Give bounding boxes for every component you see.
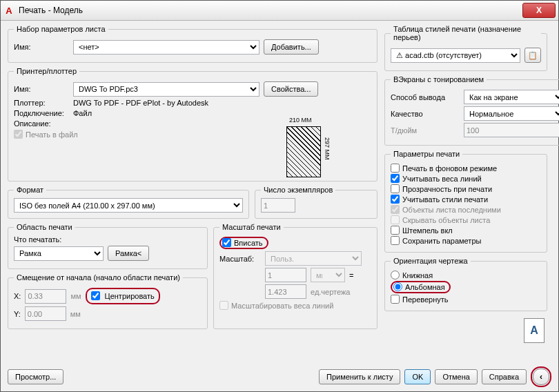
- plot-area-legend: Область печати: [14, 223, 75, 231]
- page-setup-add-button[interactable]: Добавить...: [264, 39, 319, 55]
- preview-button[interactable]: Просмотр...: [8, 369, 63, 384]
- connection-label: Подключение:: [14, 109, 69, 117]
- dpi-label: Т/дюйм: [391, 126, 460, 135]
- opt-save-checkbox[interactable]: [391, 236, 400, 245]
- expand-button[interactable]: ‹: [533, 369, 549, 385]
- fit-highlight: Вписать: [219, 237, 268, 249]
- center-highlight: Центрировать: [86, 288, 160, 304]
- opt-hide-label: Скрывать объекты листа: [402, 216, 490, 224]
- window-title: Печать - Модель: [19, 6, 522, 15]
- orient-upside-label: Перевернуть: [402, 295, 449, 304]
- fit-checkbox[interactable]: [222, 238, 231, 247]
- expand-highlight: ‹: [531, 366, 551, 387]
- orient-landscape-label: Альбомная: [405, 283, 445, 291]
- orient-portrait-label: Книжная: [402, 271, 433, 280]
- offset-x-label: X:: [14, 292, 21, 300]
- fit-label: Вписать: [234, 239, 263, 247]
- center-checkbox[interactable]: [91, 291, 100, 300]
- scale-lw-checkbox: [219, 301, 228, 310]
- copies-group: Число экземпляров: [255, 186, 377, 219]
- styles-group: Таблица стилей печати (назначение перьев…: [384, 25, 547, 71]
- close-button[interactable]: X: [522, 3, 556, 18]
- opt-lw-checkbox[interactable]: [391, 174, 400, 183]
- options-group: Параметры печати Печать в фоновом режиме…: [384, 150, 547, 253]
- shaded-legend: ВЭкраны с тонированием: [391, 75, 487, 84]
- orient-landscape-highlight: Альбомная: [391, 281, 451, 293]
- window-pick-button[interactable]: Рамка<: [108, 246, 149, 261]
- scale-select: Польз.: [265, 251, 362, 266]
- orientation-group: Ориентация чертежа Книжная Альбомная Пер…: [384, 257, 547, 311]
- print-to-file-checkbox: [14, 130, 23, 139]
- offset-x-input: [25, 289, 66, 304]
- opt-hide-checkbox: [391, 215, 400, 224]
- opt-stamp-label: Штемпель вкл: [402, 226, 453, 235]
- paper-group: Формат ISO без полей A4 (210.00 x 297.00…: [8, 186, 249, 219]
- plotter-label: Плоттер:: [14, 99, 69, 107]
- titlebar: A Печать - Модель X: [1, 1, 558, 21]
- button-bar: Просмотр... Применить к листу OK Отмена …: [1, 366, 558, 387]
- scale-group: Масштаб печати Вписать Масштаб: Польз.: [213, 223, 377, 329]
- preview-height-label: 297 MM: [324, 137, 331, 160]
- shade-mode-label: Способ вывода: [391, 93, 460, 101]
- copies-input: [261, 198, 295, 213]
- orientation-icon: A: [524, 318, 545, 343]
- apply-button[interactable]: Применить к листу: [319, 369, 401, 384]
- plot-what-label: Что печатать:: [14, 235, 202, 244]
- opt-save-label: Сохранить параметры: [402, 237, 481, 245]
- ok-button[interactable]: OK: [404, 369, 431, 384]
- opt-bg-label: Печать в фоновом режиме: [402, 164, 497, 173]
- page-setup-name-select[interactable]: <нет>: [73, 40, 259, 55]
- opt-bg-checkbox[interactable]: [391, 164, 400, 173]
- shade-mode-select[interactable]: Как на экране: [464, 90, 559, 104]
- copies-legend: Число экземпляров: [261, 186, 335, 194]
- cancel-button[interactable]: Отмена: [435, 369, 477, 384]
- connection-value: Файл: [73, 109, 92, 117]
- help-button[interactable]: Справка: [482, 369, 527, 384]
- scale-den-input: [265, 284, 306, 299]
- printer-legend: Принтер/плоттер: [14, 67, 79, 75]
- description-label: Описание:: [14, 119, 69, 128]
- styles-legend: Таблица стилей печати (назначение перьев…: [391, 25, 541, 41]
- opt-stamp-checkbox[interactable]: [391, 226, 400, 235]
- styles-edit-button[interactable]: 📋: [524, 48, 541, 63]
- orientation-legend: Ориентация чертежа: [391, 257, 471, 265]
- scale-den-unit: ед.чертежа: [311, 288, 350, 296]
- plot-dialog: A Печать - Модель X Набор параметров лис…: [0, 0, 559, 392]
- preview-width-label: 210 MM: [289, 117, 312, 124]
- offset-y-unit: мм: [70, 310, 81, 318]
- quality-label: Качество: [391, 110, 460, 118]
- scale-unit-select: мм: [311, 268, 345, 282]
- plot-what-select[interactable]: Рамка: [14, 246, 104, 261]
- page-setup-name-label: Имя:: [14, 43, 69, 51]
- printer-properties-button[interactable]: Свойства...: [264, 81, 318, 97]
- printer-name-select[interactable]: DWG To PDF.pc3: [73, 82, 259, 97]
- shaded-group: ВЭкраны с тонированием Способ вывода Как…: [384, 75, 559, 146]
- paper-preview: 210 MM 297 MM: [277, 117, 336, 183]
- orient-portrait-radio[interactable]: [391, 271, 400, 280]
- paper-size-select[interactable]: ISO без полей A4 (210.00 x 297.00 мм): [14, 198, 243, 213]
- styles-select[interactable]: ⚠ acad.ctb (отсутствует): [391, 48, 520, 63]
- preview-sheet-icon: [286, 126, 321, 177]
- dpi-input: [464, 123, 559, 137]
- scale-legend: Масштаб печати: [219, 223, 284, 231]
- quality-select[interactable]: Нормальное: [464, 106, 559, 121]
- opt-paperspace-label: Объекты листа последними: [402, 206, 501, 214]
- scale-num-input: [265, 268, 306, 282]
- options-legend: Параметры печати: [391, 150, 462, 158]
- opt-styles-label: Учитывать стили печати: [402, 195, 488, 204]
- offset-group: Смещение от начала (начало области печат…: [8, 273, 208, 329]
- scale-label: Масштаб:: [219, 255, 261, 263]
- print-to-file-label: Печать в файл: [26, 130, 78, 139]
- orient-landscape-radio[interactable]: [393, 282, 402, 291]
- page-setup-group: Набор параметров листа Имя: <нет> Добави…: [8, 25, 377, 63]
- opt-styles-checkbox[interactable]: [391, 195, 400, 204]
- app-icon: A: [3, 5, 14, 16]
- offset-x-unit: мм: [70, 292, 81, 300]
- opt-lw-label: Учитывать веса линий: [402, 175, 482, 183]
- scale-equals: =: [349, 271, 353, 280]
- offset-y-label: Y:: [14, 310, 21, 318]
- printer-name-label: Имя:: [14, 85, 69, 93]
- offset-legend: Смещение от начала (начало области печат…: [14, 273, 183, 282]
- opt-trans-checkbox[interactable]: [391, 184, 400, 193]
- orient-upside-checkbox[interactable]: [391, 295, 400, 304]
